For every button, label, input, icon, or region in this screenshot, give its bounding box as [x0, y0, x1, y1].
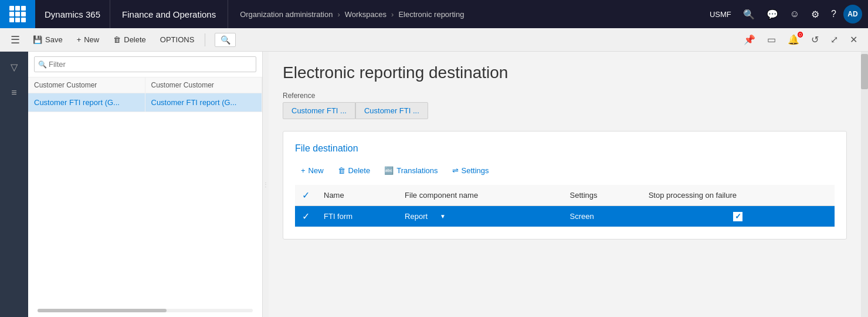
col-header-settings: Settings	[563, 185, 642, 206]
app-name: Dynamics 365	[35, 0, 110, 28]
list-row-col-1: Customer FTI report (G...	[28, 93, 145, 112]
row-select-cell: ✓	[295, 206, 317, 227]
filter-search-icon: 🔍	[38, 60, 47, 69]
file-dest-new-button[interactable]: + New	[295, 163, 330, 178]
breadcrumb-sep-1: ›	[337, 10, 340, 19]
breadcrumb: Organization administration › Workspaces…	[228, 0, 704, 28]
content-panel: Electronic reporting destination Referen…	[269, 52, 861, 317]
company-selector[interactable]: USMF	[710, 10, 731, 19]
reference-tabs: Customer FTI ... Customer FTI ...	[283, 102, 847, 119]
search-button[interactable]: 🔍	[738, 5, 760, 23]
message-center-button[interactable]: 💬	[762, 5, 783, 23]
reference-label: Reference	[283, 92, 847, 100]
list-scrollbar-area	[28, 304, 262, 317]
waffle-icon	[9, 6, 26, 22]
list-body: Customer FTI report (G... Customer FTI r…	[28, 93, 262, 304]
resize-handle[interactable]: ⋮	[263, 52, 269, 317]
filter-input[interactable]	[34, 56, 256, 72]
file-component-select[interactable]: Report	[405, 212, 438, 221]
breadcrumb-item-2[interactable]: Workspaces	[345, 10, 386, 19]
notifications-button[interactable]: 🔔0	[783, 31, 804, 49]
filter-icon-btn[interactable]: ▽	[4, 56, 25, 77]
new-icon: +	[77, 35, 82, 44]
delete-button[interactable]: 🗑 Delete	[107, 32, 152, 47]
col-header-file-component: File component name	[398, 185, 563, 206]
panel-button[interactable]: ▭	[762, 31, 781, 49]
main-toolbar: ☰ 💾 Save + New 🗑 Delete OPTIONS 📌 ▭ 🔔0 ↺…	[0, 28, 868, 52]
refresh-button[interactable]: ↺	[806, 31, 823, 49]
toolbar-search-input[interactable]	[215, 33, 236, 47]
pin-button[interactable]: 📌	[739, 31, 760, 49]
list-panel: 🔍 Customer Customer Customer Customer Cu…	[28, 52, 263, 317]
breadcrumb-item-1[interactable]: Organization administration	[240, 10, 333, 19]
file-destination-card: File destination + New 🗑 Delete 🔤 Transl…	[283, 131, 847, 240]
col-header-name: Name	[317, 185, 398, 206]
popout-button[interactable]: ⤢	[826, 31, 843, 49]
list-scroll-thumb	[38, 309, 167, 312]
app-logo[interactable]	[0, 0, 35, 28]
list-item[interactable]: Customer FTI report (G... Customer FTI r…	[28, 93, 262, 112]
toolbar-search-area	[215, 33, 236, 47]
list-col-header-2: Customer Customer	[145, 77, 263, 93]
help-button[interactable]: ?	[826, 5, 841, 23]
breadcrumb-item-3[interactable]: Electronic reporting	[398, 10, 464, 19]
table-row[interactable]: ✓ FTI form Report ▼ Screen	[295, 206, 835, 227]
row-settings-cell: Screen	[563, 206, 642, 227]
right-scrollbar-thumb	[861, 54, 868, 89]
file-dest-translations-icon: 🔤	[384, 166, 394, 175]
reference-tab-1[interactable]: Customer FTI ...	[283, 102, 355, 119]
close-button[interactable]: ✕	[845, 31, 862, 49]
file-destination-title: File destination	[295, 143, 835, 154]
avatar[interactable]: AD	[843, 5, 862, 23]
list-icon-btn[interactable]: ≡	[4, 82, 25, 103]
select-dropdown-icon: ▼	[440, 213, 446, 220]
file-dest-settings-button[interactable]: ⇌ Settings	[446, 163, 495, 178]
top-nav-right: USMF 🔍 💬 ☺ ⚙ ? AD	[704, 0, 868, 28]
col-header-check: ✓	[295, 185, 317, 206]
row-name-cell: FTI form	[317, 206, 398, 227]
row-file-component-cell[interactable]: Report ▼	[398, 206, 563, 227]
list-row-col-2: Customer FTI report (G...	[145, 93, 263, 112]
file-dest-translations-button[interactable]: 🔤 Translations	[378, 163, 443, 178]
settings-button[interactable]: ⚙	[806, 5, 824, 23]
table-header-row: ✓ Name File component name Settings Stop…	[295, 185, 835, 206]
module-name: Finance and Operations	[110, 0, 228, 28]
file-dest-delete-icon: 🗑	[338, 166, 345, 175]
list-column-headers: Customer Customer Customer Customer	[28, 77, 262, 93]
feedback-button[interactable]: ☺	[785, 5, 804, 23]
reference-tab-2[interactable]: Customer FTI ...	[355, 102, 428, 119]
list-filter-area: 🔍	[28, 52, 262, 77]
row-stop-processing-cell: ✓	[642, 206, 835, 227]
stop-processing-checkbox[interactable]: ✓	[733, 212, 742, 221]
delete-icon: 🗑	[113, 35, 121, 44]
list-horizontal-scrollbar[interactable]	[38, 309, 253, 312]
options-button[interactable]: OPTIONS	[154, 32, 201, 47]
page-title: Electronic reporting destination	[283, 63, 847, 82]
new-button[interactable]: + New	[71, 32, 106, 47]
toolbar-separator	[205, 33, 205, 46]
list-col-header-1: Customer Customer	[28, 77, 145, 93]
file-dest-settings-icon: ⇌	[452, 166, 459, 175]
nav-toggle-button[interactable]: ☰	[6, 29, 25, 51]
file-dest-delete-button[interactable]: 🗑 Delete	[332, 163, 377, 178]
file-dest-new-icon: +	[301, 166, 306, 175]
top-nav-bar: Dynamics 365 Finance and Operations Orga…	[0, 0, 868, 28]
breadcrumb-sep-2: ›	[391, 10, 394, 19]
save-button[interactable]: 💾 Save	[27, 32, 69, 47]
left-sidebar: ▽ ≡	[0, 52, 28, 317]
col-header-stop-processing: Stop processing on failure	[642, 185, 835, 206]
filter-input-wrap: 🔍	[34, 56, 256, 72]
main-layout: ▽ ≡ 🔍 Customer Customer Customer Custome…	[0, 52, 868, 317]
right-scrollbar[interactable]	[861, 52, 868, 317]
file-dest-table: ✓ Name File component name Settings Stop…	[295, 185, 835, 227]
save-icon: 💾	[33, 35, 42, 44]
file-dest-toolbar: + New 🗑 Delete 🔤 Translations ⇌ Settings	[295, 163, 835, 178]
